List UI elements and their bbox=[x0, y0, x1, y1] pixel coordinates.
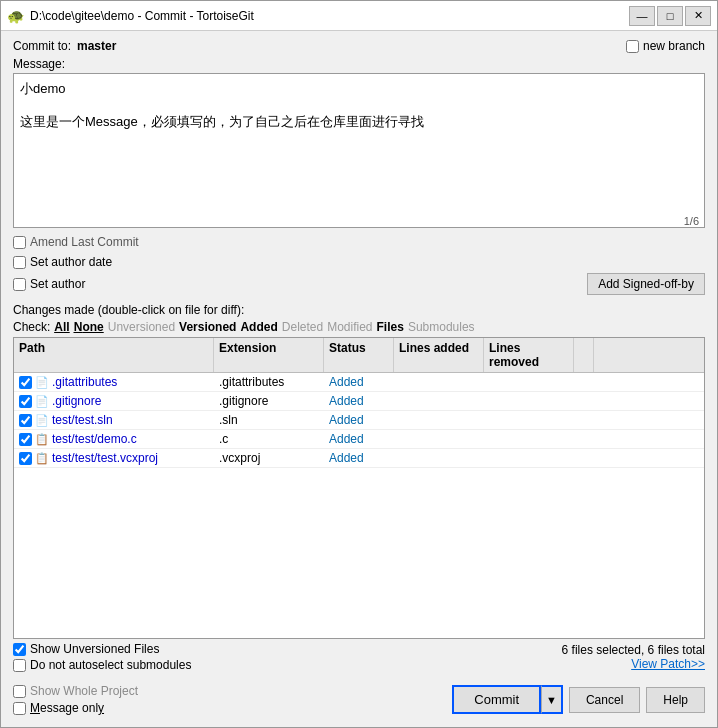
file-lines-added bbox=[394, 449, 484, 467]
set-author-date-row: Set author date bbox=[13, 255, 705, 269]
file-icon: 📋 bbox=[35, 452, 49, 465]
close-button[interactable]: ✕ bbox=[685, 6, 711, 26]
add-signed-off-button[interactable]: Add Signed-off-by bbox=[587, 273, 705, 295]
col-extension: Extension bbox=[214, 338, 324, 372]
file-lines-removed bbox=[484, 430, 574, 448]
set-author-row: Set author Add Signed-off-by bbox=[13, 273, 705, 295]
amend-checkbox[interactable] bbox=[13, 236, 26, 249]
do-not-autoselect-label: Do not autoselect submodules bbox=[30, 658, 191, 672]
app-icon: 🐢 bbox=[7, 8, 24, 24]
set-author-date-label: Set author date bbox=[30, 255, 112, 269]
file-status: Added bbox=[324, 411, 394, 429]
table-row: 📋 test/test/test.vcxproj .vcxproj Added bbox=[14, 449, 704, 468]
file-checkbox[interactable] bbox=[19, 452, 32, 465]
file-lines-added bbox=[394, 430, 484, 448]
file-lines-removed bbox=[484, 373, 574, 391]
filter-modified[interactable]: Modified bbox=[327, 320, 372, 334]
amend-row: Amend Last Commit bbox=[13, 235, 705, 249]
amend-label: Amend Last Commit bbox=[30, 235, 139, 249]
new-branch-label: new branch bbox=[643, 39, 705, 53]
file-extension: .sln bbox=[214, 411, 324, 429]
action-bar: Show Whole Project Message only Commit ▼… bbox=[13, 678, 705, 719]
file-lines-added bbox=[394, 411, 484, 429]
file-lines-added bbox=[394, 373, 484, 391]
set-author-date-checkbox[interactable] bbox=[13, 256, 26, 269]
file-path: test/test/demo.c bbox=[52, 432, 137, 446]
file-extension: .gitignore bbox=[214, 392, 324, 410]
main-content: Commit to: master new branch Message: 小d… bbox=[1, 31, 717, 727]
filter-files[interactable]: Files bbox=[377, 320, 404, 334]
file-icon: 📋 bbox=[35, 433, 49, 446]
commit-dropdown-button[interactable]: ▼ bbox=[541, 685, 563, 714]
show-unversioned-checkbox[interactable] bbox=[13, 643, 26, 656]
branch-value: master bbox=[77, 39, 116, 53]
new-branch-area: new branch bbox=[626, 39, 705, 53]
cancel-button[interactable]: Cancel bbox=[569, 687, 640, 713]
filter-versioned[interactable]: Versioned bbox=[179, 320, 236, 334]
table-row: 📋 test/test/demo.c .c Added bbox=[14, 430, 704, 449]
file-lines-removed bbox=[484, 411, 574, 429]
minimize-button[interactable]: — bbox=[629, 6, 655, 26]
file-icon: 📄 bbox=[35, 414, 49, 427]
files-table: Path Extension Status Lines added Lines … bbox=[13, 337, 705, 639]
set-author-label: Set author bbox=[30, 277, 85, 291]
table-row: 📄 test/test.sln .sln Added bbox=[14, 411, 704, 430]
file-path: test/test/test.vcxproj bbox=[52, 451, 158, 465]
filter-row: Check: All None Unversioned Versioned Ad… bbox=[13, 320, 705, 334]
changes-title: Changes made (double-click on file for d… bbox=[13, 303, 705, 317]
title-bar: 🐢 D:\code\gitee\demo - Commit - Tortoise… bbox=[1, 1, 717, 31]
message-area: 小demo 这里是一个Message，必须填写的，为了自己之后在仓库里面进行寻找… bbox=[13, 73, 705, 231]
commit-to-label: Commit to: bbox=[13, 39, 71, 53]
col-lines-added: Lines added bbox=[394, 338, 484, 372]
file-checkbox[interactable] bbox=[19, 395, 32, 408]
filter-submodules[interactable]: Submodules bbox=[408, 320, 475, 334]
table-row: 📄 .gitattributes .gitattributes Added bbox=[14, 373, 704, 392]
main-window: 🐢 D:\code\gitee\demo - Commit - Tortoise… bbox=[0, 0, 718, 728]
changes-section: Changes made (double-click on file for d… bbox=[13, 303, 705, 672]
commit-button-area: Commit ▼ bbox=[452, 685, 563, 714]
show-whole-project-label: Show Whole Project bbox=[30, 684, 138, 698]
filter-none[interactable]: None bbox=[74, 320, 104, 334]
commit-to-row: Commit to: master new branch bbox=[13, 39, 705, 53]
do-not-autoselect-checkbox[interactable] bbox=[13, 659, 26, 672]
file-checkbox[interactable] bbox=[19, 433, 32, 446]
file-status: Added bbox=[324, 449, 394, 467]
commit-button[interactable]: Commit bbox=[452, 685, 541, 714]
file-status: Added bbox=[324, 373, 394, 391]
file-checkbox[interactable] bbox=[19, 414, 32, 427]
view-patch-link[interactable]: View Patch>> bbox=[562, 657, 705, 671]
col-scroll bbox=[574, 338, 594, 372]
new-branch-checkbox[interactable] bbox=[626, 40, 639, 53]
check-label: Check: bbox=[13, 320, 50, 334]
table-body: 📄 .gitattributes .gitattributes Added 📄 bbox=[14, 373, 704, 638]
file-path-cell: 📋 test/test/demo.c bbox=[14, 430, 214, 448]
col-path: Path bbox=[14, 338, 214, 372]
table-header: Path Extension Status Lines added Lines … bbox=[14, 338, 704, 373]
file-path: .gitignore bbox=[52, 394, 101, 408]
file-status: Added bbox=[324, 392, 394, 410]
file-path-cell: 📋 test/test/test.vcxproj bbox=[14, 449, 214, 467]
message-input[interactable]: 小demo 这里是一个Message，必须填写的，为了自己之后在仓库里面进行寻找 bbox=[13, 73, 705, 228]
files-count: 6 files selected, 6 files total bbox=[562, 643, 705, 657]
file-path-cell: 📄 test/test.sln bbox=[14, 411, 214, 429]
file-path: .gitattributes bbox=[52, 375, 117, 389]
file-icon: 📄 bbox=[35, 376, 49, 389]
filter-all[interactable]: All bbox=[54, 320, 69, 334]
file-extension: .vcxproj bbox=[214, 449, 324, 467]
files-summary: Show Unversioned Files Do not autoselect… bbox=[13, 642, 191, 672]
file-checkbox[interactable] bbox=[19, 376, 32, 389]
file-extension: .c bbox=[214, 430, 324, 448]
filter-added[interactable]: Added bbox=[240, 320, 277, 334]
message-label: Message: bbox=[13, 57, 705, 71]
message-only-label: Message only bbox=[30, 701, 104, 715]
show-whole-project-checkbox[interactable] bbox=[13, 685, 26, 698]
help-button[interactable]: Help bbox=[646, 687, 705, 713]
message-only-checkbox[interactable] bbox=[13, 702, 26, 715]
maximize-button[interactable]: □ bbox=[657, 6, 683, 26]
filter-unversioned[interactable]: Unversioned bbox=[108, 320, 175, 334]
file-path-cell: 📄 .gitattributes bbox=[14, 373, 214, 391]
file-icon: 📄 bbox=[35, 395, 49, 408]
set-author-checkbox[interactable] bbox=[13, 278, 26, 291]
col-lines-removed: Lines removed bbox=[484, 338, 574, 372]
filter-deleted[interactable]: Deleted bbox=[282, 320, 323, 334]
